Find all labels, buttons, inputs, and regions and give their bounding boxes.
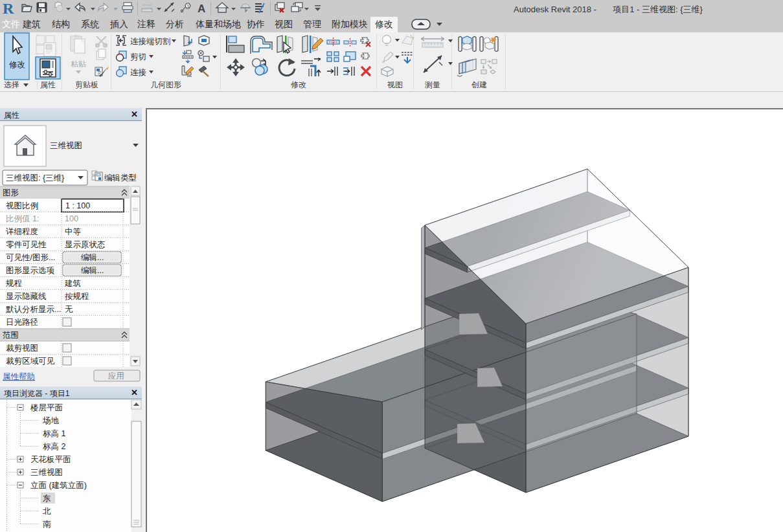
svg-text:连接: 连接 — [130, 68, 146, 77]
svg-text:A: A — [198, 3, 205, 15]
svg-text:剪贴板: 剪贴板 — [75, 80, 98, 89]
svg-text:连接端切割: 连接端切割 — [130, 37, 171, 46]
svg-text:立面 (建筑立面): 立面 (建筑立面) — [30, 481, 87, 490]
svg-text:粘贴: 粘贴 — [71, 60, 86, 69]
svg-text:三维视图: 三维视图 — [50, 141, 82, 150]
svg-text:三维视图: {三维}: 三维视图: {三维} — [6, 173, 64, 183]
svg-text:规程: 规程 — [6, 279, 22, 288]
svg-text:按规程: 按规程 — [65, 292, 89, 301]
svg-text:属性: 属性 — [40, 80, 56, 89]
svg-text:建筑: 建筑 — [64, 279, 81, 288]
svg-text:场地: 场地 — [42, 416, 60, 425]
svg-text:R: R — [3, 0, 14, 17]
svg-text:1: 1 — [187, 3, 190, 9]
svg-text:应用: 应用 — [108, 371, 124, 381]
svg-text:比例值 1:: 比例值 1: — [6, 214, 39, 223]
svg-text:标高 1: 标高 1 — [43, 429, 65, 438]
svg-text:北: 北 — [43, 507, 51, 516]
svg-text:中等: 中等 — [65, 227, 82, 236]
svg-text:零件可见性: 零件可见性 — [6, 240, 47, 249]
svg-text:视图: 视图 — [387, 80, 403, 89]
svg-text:裁剪区域可见: 裁剪区域可见 — [6, 357, 55, 366]
svg-text:修改: 修改 — [291, 80, 306, 89]
svg-text:创建: 创建 — [471, 80, 487, 89]
svg-text:裁剪视图: 裁剪视图 — [6, 344, 38, 353]
svg-text:东: 东 — [43, 494, 51, 503]
svg-text:范围: 范围 — [3, 331, 19, 340]
svg-text:图形: 图形 — [3, 188, 19, 197]
svg-text:测量: 测量 — [424, 80, 440, 89]
svg-text:显示隐藏线: 显示隐藏线 — [6, 292, 47, 301]
svg-text:可见性/图形...: 可见性/图形... — [6, 253, 55, 262]
svg-text:日光路径: 日光路径 — [6, 318, 38, 327]
svg-text:天花板平面: 天花板平面 — [30, 455, 71, 464]
svg-text:选择: 选择 — [4, 80, 19, 89]
svg-text:属性帮助: 属性帮助 — [3, 372, 35, 381]
svg-text:1 : 100: 1 : 100 — [65, 201, 90, 210]
svg-text:标高 2: 标高 2 — [43, 442, 65, 451]
svg-text:楼层平面: 楼层平面 — [30, 403, 63, 412]
svg-text:修改: 修改 — [9, 60, 25, 69]
svg-text:剪切: 剪切 — [130, 52, 146, 61]
svg-text:100: 100 — [65, 214, 78, 223]
svg-text:三维视图: 三维视图 — [30, 468, 63, 477]
svg-text:视图比例: 视图比例 — [6, 201, 38, 210]
svg-text:编辑...: 编辑... — [81, 253, 104, 262]
svg-text:详细程度: 详细程度 — [6, 227, 38, 236]
svg-text:默认分析显示...: 默认分析显示... — [6, 305, 61, 314]
svg-text:无: 无 — [65, 305, 73, 314]
svg-text:显示原状态: 显示原状态 — [65, 240, 106, 249]
svg-text:编辑...: 编辑... — [81, 266, 104, 275]
svg-text:几何图形: 几何图形 — [150, 80, 181, 89]
svg-text:南: 南 — [43, 520, 51, 529]
svg-text:图形显示选项: 图形显示选项 — [6, 266, 55, 275]
svg-text:编辑类型: 编辑类型 — [104, 173, 137, 183]
